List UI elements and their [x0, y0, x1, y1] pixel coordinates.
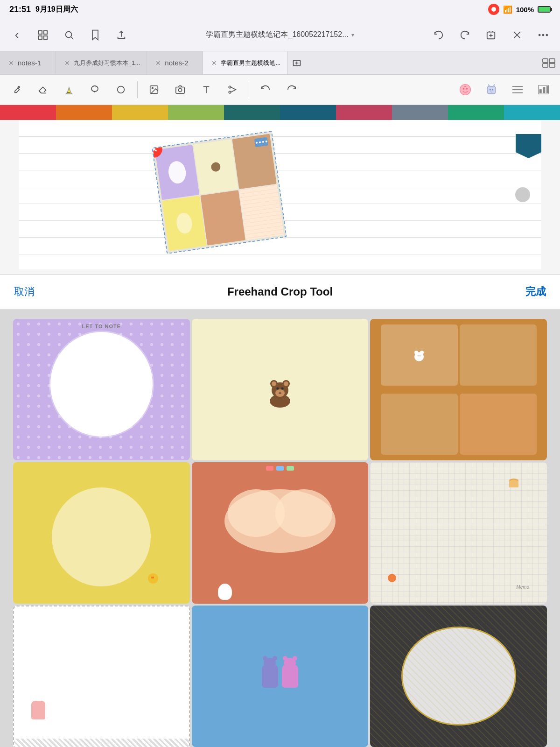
grid-chart-button[interactable]	[532, 78, 555, 101]
svg-point-60	[418, 355, 419, 356]
document-title: 学霸直男主题横线笔记本_160052217152...	[206, 30, 348, 40]
tab-label-4: 学霸直男主题横线笔...	[221, 59, 280, 67]
scissors-tool-button[interactable]	[221, 78, 244, 101]
tab-active[interactable]: ✕ 学霸直男主题横线笔...	[203, 51, 287, 74]
tab-label-1: notes-1	[18, 59, 41, 67]
svg-point-32	[460, 85, 471, 95]
search-button[interactable]	[58, 24, 80, 46]
image-tool-button[interactable]	[142, 78, 166, 101]
color-green[interactable]	[448, 105, 504, 120]
svg-point-56	[279, 392, 281, 394]
tab-label-2: 九月养成好习惯本本_1...	[74, 59, 140, 67]
redo-button[interactable]	[454, 24, 476, 46]
mini-sticker-cell-5	[201, 190, 245, 245]
sticker-buttons-area	[454, 78, 555, 101]
grid-button[interactable]	[32, 24, 54, 46]
svg-point-55	[281, 388, 283, 390]
svg-point-22	[91, 86, 98, 92]
svg-point-23	[118, 86, 125, 93]
svg-rect-18	[549, 59, 555, 63]
add-tab-plus[interactable]	[287, 51, 306, 74]
svg-point-33	[463, 88, 465, 90]
svg-rect-1	[44, 31, 47, 34]
sticker-cell-4[interactable]	[13, 462, 190, 604]
color-olive[interactable]	[168, 105, 224, 120]
mini-sticker-cell-2	[194, 139, 238, 194]
color-orange[interactable]	[56, 105, 112, 120]
cat-sticker-button[interactable]	[480, 78, 503, 101]
back-button[interactable]: ‹	[6, 24, 28, 46]
tab-notes-1[interactable]: ✕ notes-1	[0, 51, 56, 74]
document-title-area[interactable]: 学霸直男主题横线笔记本_160052217152... ▾	[136, 30, 424, 40]
sticker-image-overlay[interactable]	[152, 131, 287, 254]
pen-tool-button[interactable]	[5, 78, 28, 101]
freehand-crop-panel: 取消 Freehand Crop Tool 完成 LET TO NOTE	[0, 274, 560, 676]
svg-rect-0	[39, 31, 42, 34]
color-cyan[interactable]	[504, 105, 560, 120]
svg-point-54	[276, 388, 279, 390]
highlighter-tool-button[interactable]	[57, 78, 80, 101]
svg-rect-3	[44, 36, 47, 39]
close-tab-4[interactable]: ✕	[211, 59, 217, 67]
camera-tool-button[interactable]	[168, 78, 192, 101]
white-circle	[50, 332, 153, 437]
tab-notes-2[interactable]: ✕ notes-2	[147, 51, 203, 74]
care-bear-1	[31, 701, 45, 719]
text-tool-button[interactable]	[195, 78, 218, 101]
panel-title: Freehand Crop Tool	[227, 285, 333, 298]
sticker-resize-handle[interactable]	[280, 230, 287, 241]
cat-food-1	[381, 324, 458, 386]
color-gray[interactable]	[392, 105, 448, 120]
color-yellow[interactable]	[112, 105, 168, 120]
color-rose[interactable]	[336, 105, 392, 120]
scroll-indicator[interactable]	[515, 187, 530, 202]
mini-sticker-cell-4	[162, 196, 207, 251]
sticker-cell-7[interactable]	[13, 606, 190, 747]
redo-draw-button[interactable]	[280, 78, 303, 101]
lasso-tool-button[interactable]	[83, 78, 106, 101]
svg-point-12	[542, 34, 545, 36]
svg-point-34	[466, 88, 468, 90]
emoji-sticker-button[interactable]	[454, 78, 477, 101]
sticker-cell-2[interactable]	[192, 319, 369, 460]
undo-draw-button[interactable]	[254, 78, 277, 101]
toolbar-separator	[137, 81, 138, 98]
eraser-tool-button[interactable]	[31, 78, 54, 101]
sticker-cell-5[interactable]	[192, 462, 369, 604]
bear-blue-1	[262, 664, 278, 688]
sticker-cell-6[interactable]: Memo	[370, 462, 547, 604]
svg-rect-42	[539, 89, 542, 93]
sticker-cell-3[interactable]	[370, 319, 547, 460]
tab-habit[interactable]: ✕ 九月养成好习惯本本_1...	[56, 51, 147, 74]
close-tab-2[interactable]: ✕	[64, 59, 70, 67]
sticker-rotate-handle[interactable]	[254, 137, 268, 148]
svg-line-5	[71, 37, 73, 39]
color-swatch-bar	[0, 105, 560, 120]
more-button[interactable]	[532, 24, 554, 46]
sticker-mini-preview	[153, 132, 286, 253]
battery-icon	[538, 6, 551, 13]
bookmark-button[interactable]	[84, 24, 106, 46]
color-teal-dark[interactable]	[224, 105, 280, 120]
grid-cell-content: Memo	[370, 462, 547, 604]
sticker-cell-8[interactable]	[192, 606, 369, 747]
close-tab-1[interactable]: ✕	[8, 59, 14, 67]
add-tab-button[interactable]	[480, 24, 502, 46]
bookmark-flag[interactable]	[516, 134, 541, 158]
sticker-cell-1[interactable]: LET TO NOTE	[13, 319, 190, 460]
done-button[interactable]: 完成	[525, 285, 546, 299]
close-tab-button[interactable]	[506, 24, 528, 46]
cat-food-4	[460, 394, 537, 455]
share-button[interactable]	[110, 24, 133, 46]
undo-button[interactable]	[427, 24, 450, 46]
tab-label-3: notes-2	[165, 59, 188, 67]
close-tab-3[interactable]: ✕	[155, 59, 161, 67]
color-red[interactable]	[0, 105, 56, 120]
sticker-cell-9[interactable]	[370, 606, 547, 747]
snoopy-figure	[218, 584, 232, 600]
cancel-button[interactable]: 取消	[14, 285, 35, 299]
shapes-tool-button[interactable]	[109, 78, 133, 101]
toolbar-lines-button[interactable]	[506, 78, 529, 101]
color-navy[interactable]	[280, 105, 336, 120]
grid-view-toggle[interactable]	[542, 51, 560, 74]
